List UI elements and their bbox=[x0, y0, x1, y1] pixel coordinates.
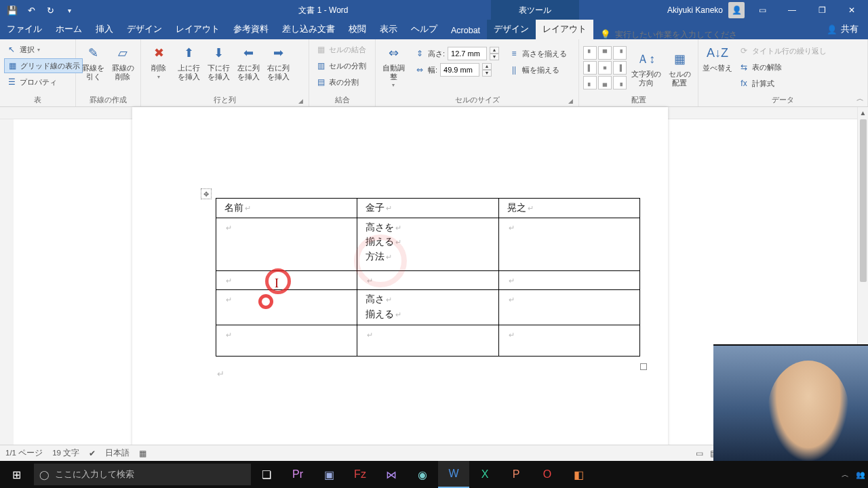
taskbar-app-chatwork[interactable]: ◉ bbox=[407, 461, 438, 488]
tab-insert[interactable]: 挿入 bbox=[89, 20, 120, 39]
split-cells-button[interactable]: ▥セルの分割 bbox=[313, 58, 368, 73]
table-row[interactable]: 名前↵金子↵晃之↵ bbox=[216, 199, 640, 218]
tab-home[interactable]: ホーム bbox=[49, 20, 89, 39]
table-row[interactable]: ↵↵↵ bbox=[216, 270, 640, 290]
tab-view[interactable]: 表示 bbox=[373, 20, 404, 39]
tray-people-icon[interactable]: 👥 bbox=[856, 470, 865, 479]
taskbar-app-opera[interactable]: O bbox=[532, 461, 563, 488]
macro-icon[interactable]: ▦ bbox=[139, 449, 146, 458]
tray-chevron-icon[interactable]: ︿ bbox=[842, 470, 849, 480]
tab-design[interactable]: デザイン bbox=[120, 20, 169, 39]
taskbar-app-powerpoint[interactable]: P bbox=[500, 461, 532, 488]
dialog-launcher-icon[interactable]: ◢ bbox=[568, 98, 573, 104]
window-close-icon[interactable]: ✕ bbox=[840, 0, 864, 20]
collapse-ribbon-icon[interactable]: ︿ bbox=[856, 94, 864, 104]
height-spinner[interactable]: ▲▼ bbox=[490, 47, 499, 60]
scroll-up-icon[interactable]: ▲ bbox=[858, 107, 868, 118]
table-cell[interactable]: 名前↵ bbox=[216, 199, 357, 218]
table-row[interactable]: ↵高さを↵揃える↵方法↵↵ bbox=[216, 218, 640, 270]
distribute-rows-button[interactable]: ≡高さを揃える bbox=[507, 46, 569, 61]
tab-acrobat[interactable]: Acrobat bbox=[444, 22, 487, 39]
window-minimize-icon[interactable]: — bbox=[780, 0, 804, 20]
taskbar-app-word[interactable]: W bbox=[438, 461, 469, 488]
window-restore-icon[interactable]: ❐ bbox=[810, 0, 834, 20]
view-gridlines-button[interactable]: ▦グリッド線の表示 bbox=[4, 58, 83, 73]
word-count[interactable]: 19 文字 bbox=[52, 448, 79, 458]
table-row[interactable]: ↵↵↵ bbox=[216, 325, 640, 357]
tab-table-layout[interactable]: レイアウト bbox=[536, 20, 593, 39]
view-print-layout-icon[interactable]: ▭ bbox=[696, 449, 703, 458]
table-resize-handle-icon[interactable] bbox=[640, 363, 647, 370]
properties-button[interactable]: ☰プロパティ bbox=[4, 75, 83, 89]
ribbon-options-icon[interactable]: ▭ bbox=[750, 0, 774, 20]
table-cell[interactable]: 晃之↵ bbox=[498, 199, 639, 218]
select-button[interactable]: ↖選択▾ bbox=[4, 42, 83, 57]
repeat-header-button[interactable]: ⟳タイトル行の繰り返し bbox=[736, 43, 829, 58]
formula-button[interactable]: fx計算式 bbox=[736, 76, 829, 91]
width-input[interactable] bbox=[440, 63, 479, 77]
tell-me[interactable]: 💡 bbox=[593, 29, 744, 39]
spellcheck-icon[interactable]: ✔ bbox=[89, 449, 96, 458]
tab-review[interactable]: 校閲 bbox=[342, 20, 373, 39]
qat-customize-icon[interactable]: ▾ bbox=[64, 5, 75, 16]
table-cell[interactable]: ↵ bbox=[216, 325, 357, 357]
page-count[interactable]: 1/1 ページ bbox=[5, 448, 43, 458]
language-indicator[interactable]: 日本語 bbox=[105, 448, 130, 458]
insert-above-button[interactable]: ⬆上に行を挿入 bbox=[175, 42, 202, 81]
tab-table-design[interactable]: デザイン bbox=[487, 20, 536, 39]
taskbar-app-visualstudio[interactable]: ⋈ bbox=[376, 461, 407, 488]
tab-file[interactable]: ファイル bbox=[0, 20, 49, 39]
user-avatar-icon[interactable]: 👤 bbox=[728, 2, 745, 18]
tab-mailings[interactable]: 差し込み文書 bbox=[275, 20, 342, 39]
delete-button[interactable]: ✖削除▾ bbox=[145, 42, 172, 80]
document-table[interactable]: 名前↵金子↵晃之↵↵高さを↵揃える↵方法↵↵↵↵↵↵高さ↵揃える↵↵↵↵↵ bbox=[216, 198, 640, 357]
table-cell[interactable]: ↵ bbox=[498, 218, 639, 270]
alignment-grid[interactable]: ▘▀▝▌■▐▖▄▗ bbox=[583, 46, 627, 89]
merge-cells-button[interactable]: ▦セルの結合 bbox=[313, 42, 368, 57]
redo-icon[interactable]: ↻ bbox=[45, 5, 56, 16]
height-input[interactable] bbox=[448, 47, 487, 60]
distribute-cols-button[interactable]: ||幅を揃える bbox=[507, 62, 569, 77]
tab-references[interactable]: 参考資料 bbox=[226, 20, 275, 39]
save-icon[interactable]: 💾 bbox=[7, 5, 18, 16]
row-height-field[interactable]: ⇕ 高さ: ▲▼ bbox=[412, 46, 501, 61]
insert-below-button[interactable]: ⬇下に行を挿入 bbox=[205, 42, 232, 81]
table-cell[interactable]: ↵ bbox=[498, 325, 639, 357]
taskbar-app-excel[interactable]: X bbox=[469, 461, 500, 488]
cell-margins-button[interactable]: ▦セルの配置 bbox=[665, 48, 694, 87]
task-view-button[interactable]: ❏ bbox=[251, 461, 282, 488]
table-cell[interactable]: 金子↵ bbox=[357, 199, 498, 218]
insert-left-button[interactable]: ⬅左に列を挿入 bbox=[235, 42, 262, 81]
table-move-handle-icon[interactable]: ✥ bbox=[201, 188, 212, 199]
table-cell[interactable]: ↵ bbox=[357, 270, 498, 290]
table-cell[interactable]: ↵ bbox=[216, 270, 357, 290]
convert-to-text-button[interactable]: ⇆表の解除 bbox=[736, 60, 829, 75]
vertical-ruler[interactable] bbox=[0, 119, 14, 466]
table-row[interactable]: ↵高さ↵揃える↵↵ bbox=[216, 290, 640, 325]
sort-button[interactable]: A↓Z並べ替え bbox=[703, 42, 732, 73]
table-cell[interactable]: ↵ bbox=[498, 290, 639, 325]
table-cell[interactable]: ↵ bbox=[498, 270, 639, 290]
split-table-button[interactable]: ▤表の分割 bbox=[313, 75, 368, 89]
tell-me-input[interactable] bbox=[615, 30, 737, 39]
taskbar-app-premiere[interactable]: Pr bbox=[282, 461, 313, 488]
start-button[interactable]: ⊞ bbox=[0, 461, 33, 488]
taskbar-app-editor[interactable]: ▣ bbox=[313, 461, 344, 488]
taskbar-app-filezilla[interactable]: Fz bbox=[344, 461, 376, 488]
autofit-button[interactable]: ⇔自動調整▾ bbox=[380, 42, 407, 88]
table-cell[interactable]: ↵ bbox=[357, 325, 498, 357]
col-width-field[interactable]: ⇔ 幅: ▲▼ bbox=[412, 62, 501, 77]
tab-layout[interactable]: レイアウト bbox=[169, 20, 226, 39]
draw-table-button[interactable]: ✎罫線を引く bbox=[80, 42, 107, 81]
scrollbar-thumb[interactable] bbox=[860, 119, 867, 282]
undo-icon[interactable]: ↶ bbox=[26, 5, 37, 16]
table-cell[interactable]: ↵ bbox=[216, 218, 357, 270]
taskbar-search[interactable]: ◯ ここに入力して検索 bbox=[34, 464, 251, 485]
share-button[interactable]: 👤 共有 bbox=[817, 20, 868, 39]
insert-right-button[interactable]: ➡右に列を挿入 bbox=[264, 42, 292, 81]
table-cell[interactable]: 高さ↵揃える↵ bbox=[357, 290, 498, 325]
eraser-button[interactable]: ▱罫線の削除 bbox=[110, 42, 137, 81]
table-cell[interactable]: ↵ bbox=[216, 290, 357, 325]
width-spinner[interactable]: ▲▼ bbox=[482, 63, 492, 77]
table-cell[interactable]: 高さを↵揃える↵方法↵ bbox=[357, 218, 498, 270]
